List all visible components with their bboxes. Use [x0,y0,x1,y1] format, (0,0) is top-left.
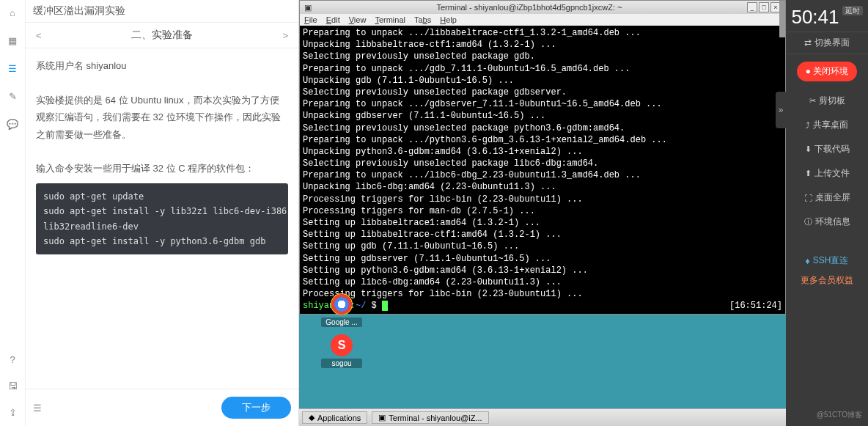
icon-label: sogou [321,359,362,368]
action-剪切板[interactable]: ✂剪切板 [786,89,868,113]
action-icon: ⓘ [804,216,812,227]
menu-view[interactable]: View [349,15,367,24]
action-label: 剪切板 [819,95,845,107]
desktop-icons: Google ... S sogou [321,293,362,368]
paragraph: 实验楼提供的是 64 位 Ubuntu linux，而本次实验为了方便观察汇编语… [36,92,288,143]
chrome-desktop-icon[interactable]: Google ... [321,293,362,327]
doc-content: 系统用户名 shiyanlou 实验楼提供的是 64 位 Ubuntu linu… [26,48,298,389]
paragraph: 系统用户名 shiyanlou [36,57,288,74]
action-icon: ✂ [809,96,816,106]
action-icon: ⬆ [805,169,812,178]
action-label: 上传文件 [814,167,850,180]
action-label: 桌面全屏 [815,191,850,204]
edit-icon[interactable]: ✎ [6,89,19,103]
applications-menu[interactable]: ◆ Applications [302,411,367,424]
next-section-arrow[interactable]: > [279,30,291,41]
save-icon[interactable]: 🖫 [6,379,19,392]
sogou-desktop-icon[interactable]: S sogou [321,334,362,368]
menu-help[interactable]: Help [440,15,457,24]
experiment-title: 缓冲区溢出漏洞实验 [26,0,298,23]
help-icon[interactable]: ? [6,353,19,366]
close-environment-button[interactable]: ● 关闭环境 [797,62,858,81]
collapse-panel-button[interactable]: » [776,92,786,128]
home-icon[interactable]: ⌂ [6,6,19,19]
menu-file[interactable]: File [304,15,317,24]
watermark: @51CTO博客 [817,410,862,420]
action-共享桌面[interactable]: ⤴共享桌面 [786,113,868,137]
switch-ui-button[interactable]: ⇄ 切换界面 [786,32,868,54]
terminal-titlebar[interactable]: ▣ Terminal - shiyanlou@iZbp1bhot4d5gpncb… [300,1,785,14]
section-title: 二、实验准备 [45,29,280,42]
more-rights-link[interactable]: 更多会员权益 [801,274,853,287]
grid-icon[interactable]: ▦ [6,34,19,47]
terminal-app-icon: ▣ [304,3,312,12]
action-label: 共享桌面 [813,119,848,131]
action-label: 下载代码 [814,143,850,155]
code-block[interactable]: sudo apt-get update sudo apt-get install… [36,183,288,255]
action-环境信息[interactable]: ⓘ环境信息 [786,210,868,234]
action-上传文件[interactable]: ⬆上传文件 [786,161,868,186]
doc-panel: 缓冲区溢出漏洞实验 < 二、实验准备 > 系统用户名 shiyanlou 实验楼… [26,0,299,426]
toc-icon[interactable]: ☰ [33,403,42,414]
terminal-title: Terminal - shiyanlou@iZbp1bhot4d5gpncb1j… [312,3,747,12]
terminal-window[interactable]: ▣ Terminal - shiyanlou@iZbp1bhot4d5gpncb… [299,0,786,315]
chrome-icon [331,293,353,315]
menu-terminal[interactable]: Terminal [375,15,405,24]
taskbar: ◆ Applications ▣ Terminal - shiyanlou@iZ… [299,408,786,426]
ssh-direct-link[interactable]: ♦ SSH直连 [806,254,849,267]
chat-icon[interactable]: 💬 [6,117,19,131]
terminal-scrollbar[interactable] [779,1,785,37]
control-panel: » 50:41延时 ⇄ 切换界面 ● 关闭环境 ✂剪切板⤴共享桌面⬇下载代码⬆上… [786,0,868,426]
terminal-body[interactable]: Preparing to unpack .../libbabeltrace-ct… [300,26,785,314]
section-nav: < 二、实验准备 > [26,23,298,48]
extend-time-badge[interactable]: 延时 [842,6,863,15]
prev-section-arrow[interactable]: < [33,30,45,41]
left-nav-rail: ⌂ ▦ ☰ ✎ 💬 ? 🖫 ⇪ [0,0,26,426]
action-桌面全屏[interactable]: ⛶桌面全屏 [786,186,868,210]
next-step-button[interactable]: 下一步 [221,397,291,419]
menu-tabs[interactable]: Tabs [414,15,431,24]
doc-footer: ☰ 下一步 [26,389,298,426]
remote-desktop[interactable]: ▣ Terminal - shiyanlou@iZbp1bhot4d5gpncb… [299,0,786,426]
taskbar-terminal-button[interactable]: ▣ Terminal - shiyanlou@iZ... [372,411,488,424]
countdown-timer: 50:41 [791,6,839,28]
maximize-button[interactable]: □ [759,2,769,12]
paragraph: 输入命令安装一些用于编译 32 位 C 程序的软件包： [36,160,288,177]
action-icon: ⛶ [804,194,812,202]
menu-edit[interactable]: Edit [326,15,340,24]
action-label: 环境信息 [815,216,850,228]
share-icon[interactable]: ⇪ [6,405,19,419]
action-icon: ⬇ [805,144,812,154]
terminal-menubar: File Edit View Terminal Tabs Help [300,14,785,26]
list-icon[interactable]: ☰ [6,62,19,75]
action-icon: ⤴ [806,121,810,130]
icon-label: Google ... [321,317,362,327]
action-下载代码[interactable]: ⬇下载代码 [786,137,868,161]
sogou-icon: S [331,334,353,356]
minimize-button[interactable]: _ [747,2,757,12]
